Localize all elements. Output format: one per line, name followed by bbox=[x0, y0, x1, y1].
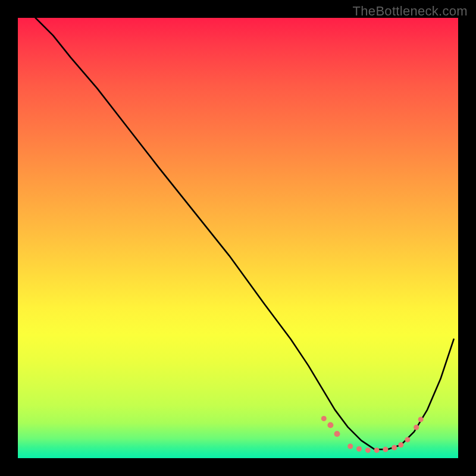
curve-group bbox=[36, 18, 454, 449]
marker-dot bbox=[327, 422, 333, 428]
marker-dot bbox=[405, 437, 410, 442]
marker-dot bbox=[347, 444, 353, 449]
watermark-text: TheBottleneck.com bbox=[353, 4, 468, 19]
marker-dot bbox=[398, 442, 403, 447]
marker-dot bbox=[418, 416, 424, 422]
plot-area bbox=[18, 18, 458, 458]
marker-dot bbox=[383, 447, 388, 452]
chart-frame: TheBottleneck.com bbox=[0, 0, 476, 476]
marker-dot bbox=[334, 431, 340, 437]
marker-dot bbox=[392, 445, 397, 450]
marker-dot bbox=[356, 446, 362, 452]
marker-dot bbox=[321, 416, 327, 421]
marker-dot bbox=[374, 447, 380, 453]
marker-dot bbox=[365, 447, 371, 453]
marker-dot bbox=[414, 425, 419, 430]
chart-svg bbox=[18, 18, 458, 458]
bottleneck-curve bbox=[36, 18, 454, 449]
